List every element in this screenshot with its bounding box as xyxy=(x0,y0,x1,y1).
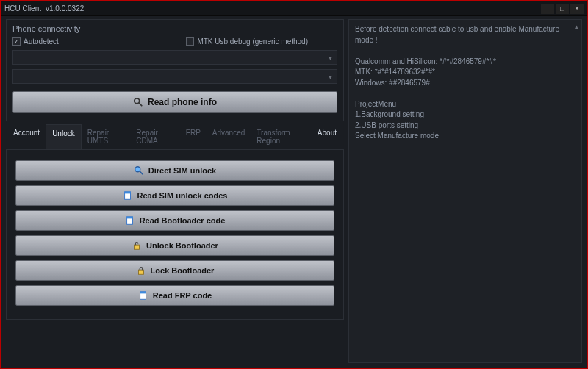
checkbox-icon xyxy=(12,37,21,46)
direct-sim-unlock-button[interactable]: Direct SIM unlock xyxy=(15,160,334,181)
autodetect-checkbox[interactable]: Autodetect xyxy=(12,37,59,46)
page-icon xyxy=(125,215,135,226)
read-bootloader-code-button[interactable]: Read Bootloader code xyxy=(15,210,334,231)
device-select-2[interactable]: ▾ xyxy=(12,69,337,84)
tab-frp[interactable]: FRP xyxy=(180,124,207,149)
minimize-button[interactable]: _ xyxy=(541,4,554,14)
page-icon xyxy=(123,190,133,201)
tab-transform-region[interactable]: Transform Region xyxy=(251,124,312,149)
mtk-debug-label: MTK Usb debug (generic method) xyxy=(197,37,308,46)
magnifier-icon xyxy=(133,97,143,107)
svg-rect-8 xyxy=(135,245,140,249)
log-panel: ▴ Before detection connect cable to usb … xyxy=(348,19,582,363)
read-phone-info-button[interactable]: Read phone info xyxy=(12,91,337,113)
titlebar: HCU Client v1.0.0.0322 _ □ × xyxy=(1,1,587,16)
tab-repair-cdma[interactable]: Repair CDMA xyxy=(130,124,180,149)
button-label: Read Bootloader code xyxy=(140,216,226,225)
window-controls: _ □ × xyxy=(541,4,584,14)
device-select-1[interactable]: ▾ xyxy=(12,50,337,65)
autodetect-label: Autodetect xyxy=(24,37,59,46)
log-text: Before detection connect cable to usb an… xyxy=(355,24,576,142)
checkbox-icon xyxy=(186,37,194,46)
button-label: Read SIM unlock codes xyxy=(137,191,228,200)
search-icon xyxy=(134,165,144,176)
app-window: HCU Client v1.0.0.0322 _ □ × Phone conne… xyxy=(1,1,587,368)
svg-rect-7 xyxy=(126,217,132,219)
mtk-debug-checkbox[interactable]: MTK Usb debug (generic method) xyxy=(186,37,308,46)
button-label: Direct SIM unlock xyxy=(148,166,216,175)
page-icon xyxy=(138,290,148,301)
maximize-button[interactable]: □ xyxy=(556,4,569,14)
lock-bootloader-button[interactable]: Lock Bootloader xyxy=(15,260,334,281)
svg-rect-9 xyxy=(138,270,143,274)
close-button[interactable]: × xyxy=(570,4,584,14)
tabstrip: AccountUnlockRepair UMTSRepair CDMAFRPAd… xyxy=(6,124,344,320)
tab-account[interactable]: Account xyxy=(7,124,46,149)
read-phone-info-label: Read phone info xyxy=(148,97,217,107)
lock-icon xyxy=(136,265,146,276)
svg-line-3 xyxy=(140,171,143,174)
read-sim-unlock-codes-button[interactable]: Read SIM unlock codes xyxy=(15,185,334,206)
tab-body-unlock: Direct SIM unlockRead SIM unlock codesRe… xyxy=(6,150,344,320)
svg-line-1 xyxy=(139,103,142,106)
svg-rect-11 xyxy=(140,292,146,294)
connectivity-panel: Phone connectivity Autodetect MTK Usb de… xyxy=(6,19,344,121)
button-label: Lock Bootloader xyxy=(151,266,215,275)
svg-point-2 xyxy=(135,167,140,172)
tab-repair-umts[interactable]: Repair UMTS xyxy=(82,124,131,149)
chevron-down-icon: ▾ xyxy=(329,54,332,62)
tab-unlock[interactable]: Unlock xyxy=(46,124,82,149)
svg-rect-5 xyxy=(124,192,130,194)
chevron-down-icon: ▾ xyxy=(329,73,332,81)
tab-about[interactable]: About xyxy=(312,124,343,149)
read-frp-code-button[interactable]: Read FRP code xyxy=(15,285,334,306)
scroll-up-icon[interactable]: ▴ xyxy=(575,23,578,30)
app-version: v1.0.0.0322 xyxy=(46,4,84,12)
button-label: Unlock Bootloader xyxy=(146,241,218,250)
unlock-icon xyxy=(132,240,142,251)
tab-advanced[interactable]: Advanced xyxy=(207,124,251,149)
app-title: HCU Client xyxy=(4,4,41,12)
svg-point-0 xyxy=(135,98,140,104)
button-label: Read FRP code xyxy=(153,291,212,300)
unlock-bootloader-button[interactable]: Unlock Bootloader xyxy=(15,235,334,256)
connectivity-title: Phone connectivity xyxy=(12,24,337,33)
